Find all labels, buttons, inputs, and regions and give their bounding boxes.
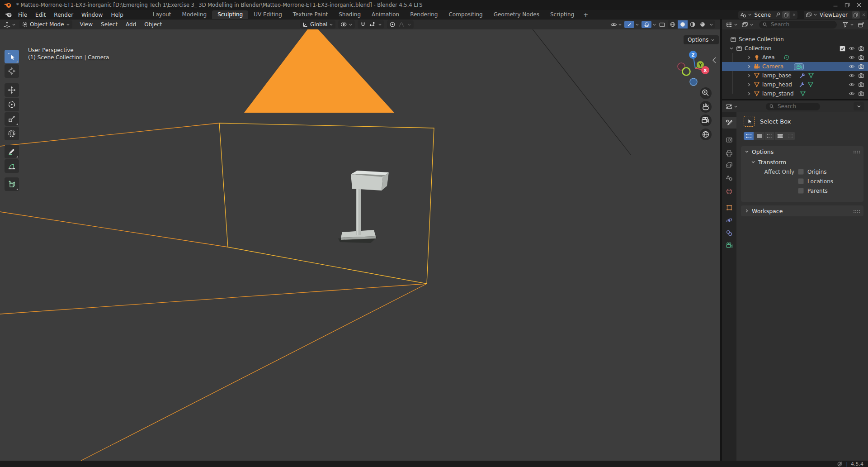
menu-window[interactable]: Window bbox=[77, 11, 107, 19]
outliner-row-scene-collection[interactable]: Scene Collection bbox=[722, 35, 868, 44]
tab-render[interactable] bbox=[722, 134, 736, 146]
tab-animation[interactable]: Animation bbox=[366, 10, 405, 19]
locations-checkbox[interactable] bbox=[798, 178, 804, 184]
menu-file[interactable]: File bbox=[14, 11, 31, 19]
area-light-cone[interactable] bbox=[244, 29, 394, 113]
tool-select-box[interactable] bbox=[5, 50, 19, 63]
outliner-row-lamp-base[interactable]: lamp_base bbox=[722, 71, 868, 80]
workspace-panel-header[interactable]: Workspace bbox=[741, 205, 863, 216]
menu-view[interactable]: View bbox=[76, 21, 97, 28]
tab-geometry-nodes[interactable]: Geometry Nodes bbox=[488, 10, 545, 19]
tab-world[interactable] bbox=[722, 186, 736, 197]
3d-viewport[interactable]: Z Y X bbox=[0, 29, 720, 461]
show-gizmo-toggle[interactable] bbox=[624, 21, 634, 28]
show-overlays-toggle[interactable] bbox=[642, 21, 651, 28]
render-visibility-icon[interactable] bbox=[858, 81, 864, 88]
outliner-display-mode-button[interactable] bbox=[740, 20, 755, 29]
tab-view-layer[interactable] bbox=[722, 159, 736, 171]
outliner-search-input[interactable] bbox=[770, 21, 834, 28]
tab-rendering[interactable]: Rendering bbox=[405, 10, 443, 19]
tool-rotate[interactable] bbox=[5, 98, 19, 111]
tool-transform[interactable] bbox=[5, 127, 19, 140]
snap-to-icon[interactable] bbox=[369, 21, 375, 28]
shading-solid-button[interactable] bbox=[678, 20, 688, 29]
select-mode-intersect[interactable] bbox=[785, 132, 795, 140]
parents-checkbox[interactable] bbox=[798, 188, 804, 194]
menu-render[interactable]: Render bbox=[50, 11, 77, 19]
sidebar-collapse-icon[interactable] bbox=[713, 57, 716, 63]
shading-rendered-button[interactable] bbox=[698, 20, 708, 29]
chevron-down-icon[interactable] bbox=[652, 23, 656, 27]
chevron-down-icon[interactable] bbox=[407, 23, 411, 27]
lamp-object[interactable] bbox=[338, 171, 389, 243]
menu-select[interactable]: Select bbox=[97, 21, 122, 28]
unlink-scene-icon[interactable] bbox=[792, 12, 797, 17]
zoom-button[interactable] bbox=[700, 87, 712, 99]
hide-eye-icon[interactable] bbox=[849, 91, 855, 97]
select-mode-invert[interactable] bbox=[775, 132, 785, 140]
outliner-row-camera[interactable]: Camera bbox=[722, 62, 868, 71]
snap-magnet-icon[interactable] bbox=[360, 21, 366, 28]
hide-eye-icon[interactable] bbox=[849, 72, 855, 79]
new-collection-button[interactable] bbox=[856, 20, 866, 29]
outliner-filter-button[interactable] bbox=[840, 20, 856, 29]
tab-tool[interactable] bbox=[722, 117, 736, 129]
falloff-curve-icon[interactable] bbox=[398, 21, 405, 28]
camera-view-button[interactable] bbox=[700, 114, 712, 126]
select-mode-set[interactable] bbox=[744, 132, 754, 140]
chevron-right-icon[interactable] bbox=[747, 73, 751, 78]
tab-sculpting[interactable]: Sculpting bbox=[212, 10, 248, 19]
tab-object[interactable] bbox=[722, 202, 736, 214]
collection-checkbox[interactable] bbox=[840, 46, 845, 52]
view-layer-selector[interactable]: ViewLayer bbox=[804, 11, 867, 19]
object-visibility-dropdown[interactable] bbox=[610, 21, 622, 28]
tool-move[interactable] bbox=[5, 83, 19, 97]
menu-object[interactable]: Object bbox=[140, 21, 166, 28]
new-scene-button[interactable] bbox=[782, 11, 790, 19]
properties-type-button[interactable] bbox=[724, 102, 740, 110]
menu-edit[interactable]: Edit bbox=[31, 11, 50, 19]
outliner-row-lamp-head[interactable]: lamp_head bbox=[722, 80, 868, 89]
tab-uv-editing[interactable]: UV Editing bbox=[248, 10, 288, 19]
outliner-row-area[interactable]: Area bbox=[722, 53, 868, 62]
tool-add-cube[interactable] bbox=[5, 177, 19, 191]
orthographic-toggle-button[interactable] bbox=[700, 129, 712, 140]
outliner-search[interactable] bbox=[759, 21, 837, 29]
pin-icon[interactable] bbox=[775, 12, 781, 18]
pivot-point-dropdown[interactable] bbox=[338, 20, 355, 29]
properties-search[interactable] bbox=[766, 103, 820, 110]
tab-compositing[interactable]: Compositing bbox=[443, 10, 488, 19]
new-view-layer-button[interactable] bbox=[852, 11, 860, 19]
tab-texture-paint[interactable]: Texture Paint bbox=[288, 10, 333, 19]
chevron-down-icon[interactable] bbox=[378, 23, 382, 27]
shading-material-button[interactable] bbox=[688, 20, 698, 29]
tab-object-data[interactable] bbox=[722, 239, 736, 251]
xray-toggle-icon[interactable] bbox=[659, 21, 665, 28]
tab-output[interactable] bbox=[722, 148, 736, 159]
viewport-canvas[interactable]: Z Y X bbox=[0, 29, 720, 461]
pan-hand-button[interactable] bbox=[700, 101, 712, 113]
select-mode-extend[interactable] bbox=[754, 132, 764, 140]
gizmo-axis-neg-z[interactable] bbox=[690, 78, 697, 86]
select-mode-subtract[interactable] bbox=[764, 132, 774, 140]
mode-dropdown[interactable]: Object Mode bbox=[19, 20, 72, 29]
editor-type-button[interactable] bbox=[2, 20, 18, 29]
tool-cursor[interactable] bbox=[5, 64, 19, 78]
render-visibility-icon[interactable] bbox=[858, 54, 864, 61]
tab-physics[interactable] bbox=[722, 214, 736, 226]
outliner-type-button[interactable] bbox=[724, 20, 740, 29]
panel-grip[interactable] bbox=[853, 210, 860, 213]
active-tool-icon[interactable] bbox=[744, 116, 755, 127]
hide-eye-icon[interactable] bbox=[849, 81, 855, 88]
chevron-down-icon[interactable] bbox=[635, 23, 639, 27]
chevron-down-icon[interactable] bbox=[729, 46, 734, 51]
render-visibility-icon[interactable] bbox=[858, 72, 864, 79]
chevron-right-icon[interactable] bbox=[747, 82, 751, 87]
close-icon[interactable] bbox=[856, 2, 862, 8]
render-visibility-icon[interactable] bbox=[858, 63, 864, 70]
minimize-icon[interactable] bbox=[833, 2, 838, 8]
shading-dropdown[interactable] bbox=[708, 20, 715, 29]
chevron-right-icon[interactable] bbox=[747, 64, 751, 69]
tool-scale[interactable] bbox=[5, 112, 19, 126]
navigation-gizmo[interactable]: Z Y X bbox=[678, 51, 709, 86]
